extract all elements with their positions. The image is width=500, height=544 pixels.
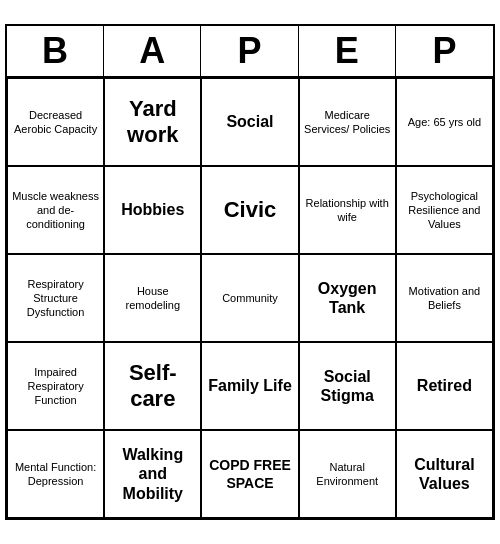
- cell-16: Self-care: [104, 342, 201, 430]
- cell-2: Social: [201, 78, 298, 166]
- cell-20: Mental Function: Depression: [7, 430, 104, 518]
- cell-5: Muscle weakness and de-conditioning: [7, 166, 104, 254]
- header-letter-A-1: A: [104, 26, 201, 76]
- header-letter-B-0: B: [7, 26, 104, 76]
- header-letter-P-2: P: [201, 26, 298, 76]
- header-letter-P-4: P: [396, 26, 493, 76]
- cell-12: Community: [201, 254, 298, 342]
- cell-0: Decreased Aerobic Capacity: [7, 78, 104, 166]
- cell-7: Civic: [201, 166, 298, 254]
- cell-24: Cultural Values: [396, 430, 493, 518]
- bingo-card: BAPEP Decreased Aerobic CapacityYard wor…: [5, 24, 495, 520]
- cell-1: Yard work: [104, 78, 201, 166]
- cell-21: Walking and Mobility: [104, 430, 201, 518]
- header-row: BAPEP: [7, 26, 493, 78]
- cell-8: Relationship with wife: [299, 166, 396, 254]
- cell-13: Oxygen Tank: [299, 254, 396, 342]
- cell-10: Respiratory Structure Dysfunction: [7, 254, 104, 342]
- cell-17: Family Life: [201, 342, 298, 430]
- cell-14: Motivation and Beliefs: [396, 254, 493, 342]
- grid: Decreased Aerobic CapacityYard workSocia…: [7, 78, 493, 518]
- cell-4: Age: 65 yrs old: [396, 78, 493, 166]
- cell-15: Impaired Respiratory Function: [7, 342, 104, 430]
- cell-19: Retired: [396, 342, 493, 430]
- cell-9: Psychological Resilience and Values: [396, 166, 493, 254]
- cell-11: House remodeling: [104, 254, 201, 342]
- cell-6: Hobbies: [104, 166, 201, 254]
- cell-18: Social Stigma: [299, 342, 396, 430]
- cell-3: Medicare Services/ Policies: [299, 78, 396, 166]
- cell-22: COPD FREE SPACE: [201, 430, 298, 518]
- cell-23: Natural Environment: [299, 430, 396, 518]
- header-letter-E-3: E: [299, 26, 396, 76]
